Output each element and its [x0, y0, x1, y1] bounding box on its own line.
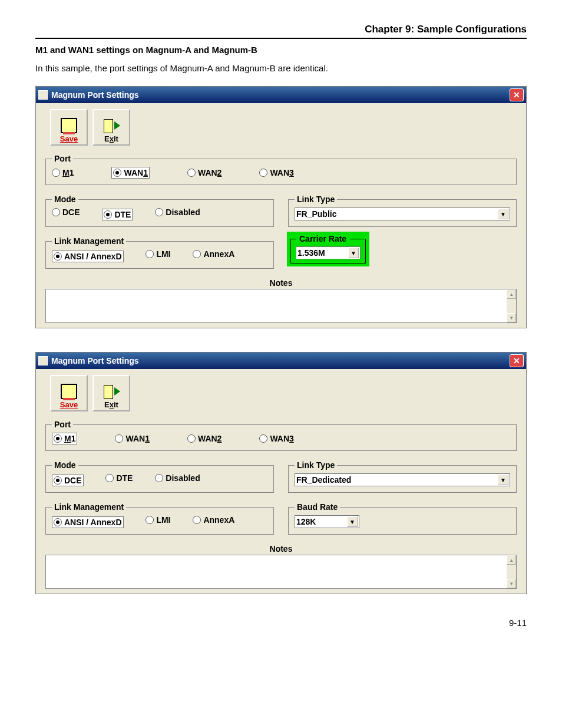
notes-textarea[interactable]: ▴▾: [45, 289, 517, 323]
radio-wan1[interactable]: WAN1: [111, 167, 149, 179]
titlebar: Magnum Port Settings ✕: [36, 353, 526, 369]
dropdown-icon: ▼: [498, 209, 508, 219]
radio-wan1[interactable]: WAN1: [115, 434, 149, 443]
radio-m1[interactable]: M1: [52, 433, 77, 444]
exit-icon: [104, 385, 119, 398]
baud-rate-group: Baud Rate 128K▼: [288, 502, 517, 535]
mode-group: Mode DCE DTE Disabled: [45, 460, 274, 493]
radio-dte[interactable]: DTE: [102, 209, 133, 220]
carrier-rate-group: Carrier Rate 1.536M▼: [290, 233, 366, 263]
radio-dce[interactable]: DCE: [52, 207, 80, 217]
radio-dce[interactable]: DCE: [52, 475, 84, 486]
radio-annexa[interactable]: AnnexA: [193, 249, 234, 259]
close-button[interactable]: ✕: [510, 354, 524, 367]
link-type-legend: Link Type: [295, 195, 337, 204]
link-management-group: Link Management ANSI / AnnexD LMI AnnexA: [45, 502, 274, 535]
scroll-up-icon[interactable]: ▴: [507, 289, 516, 299]
link-type-select[interactable]: FR_Dedicated▼: [295, 473, 510, 486]
port-group: Port M1 WAN1 WAN2 WAN3: [45, 154, 517, 185]
radio-lmi[interactable]: LMI: [146, 515, 170, 525]
radio-wan3[interactable]: WAN3: [259, 434, 293, 443]
carrier-rate-highlight: Carrier Rate 1.536M▼: [287, 232, 369, 266]
exit-label: Exit: [104, 134, 118, 143]
link-management-group: Link Management ANSI / AnnexD LMI AnnexA: [45, 236, 274, 269]
scroll-down-icon[interactable]: ▾: [507, 579, 516, 588]
save-label: Save: [60, 134, 78, 143]
mode-legend: Mode: [52, 460, 78, 470]
exit-label: Exit: [104, 400, 118, 409]
intro-paragraph: In this sample, the port settings of Mag…: [35, 63, 527, 73]
carrier-rate-legend: Carrier Rate: [296, 233, 350, 244]
notes-label: Notes: [44, 278, 518, 288]
link-type-select[interactable]: FR_Public▼: [295, 207, 510, 220]
save-label: Save: [60, 400, 78, 409]
radio-lmi[interactable]: LMI: [146, 249, 170, 259]
save-button[interactable]: Save: [50, 375, 88, 411]
baud-rate-legend: Baud Rate: [295, 502, 340, 512]
port-legend: Port: [52, 154, 73, 163]
titlebar: Magnum Port Settings ✕: [36, 87, 526, 103]
link-type-legend: Link Type: [295, 460, 337, 470]
save-button[interactable]: Save: [50, 109, 88, 146]
chapter-title: Chapter 9: Sample Configurations: [35, 24, 527, 35]
window-magnum-port-settings-1: Magnum Port Settings ✕ Save Exit Port M1…: [35, 86, 527, 328]
exit-button[interactable]: Exit: [92, 109, 130, 146]
subheading: M1 and WAN1 settings on Magnum-A and Mag…: [35, 45, 527, 55]
dropdown-icon: ▼: [348, 248, 359, 258]
link-type-group: Link Type FR_Public▼: [288, 195, 517, 227]
radio-ansi[interactable]: ANSI / AnnexD: [52, 516, 124, 528]
link-type-group: Link Type FR_Dedicated▼: [288, 460, 517, 493]
mode-group: Mode DCE DTE Disabled: [45, 195, 274, 227]
port-legend: Port: [52, 420, 73, 429]
save-icon: [61, 384, 77, 399]
window-title: Magnum Port Settings: [51, 356, 139, 365]
toolbar: Save Exit: [50, 375, 518, 411]
notes-textarea[interactable]: ▴▾: [45, 555, 517, 589]
radio-wan2[interactable]: WAN2: [187, 434, 222, 443]
dropdown-icon: ▼: [498, 475, 508, 485]
radio-dte[interactable]: DTE: [105, 473, 133, 483]
link-management-legend: Link Management: [52, 236, 126, 246]
radio-ansi[interactable]: ANSI / AnnexD: [52, 251, 124, 262]
save-icon: [61, 118, 77, 133]
window-magnum-port-settings-2: Magnum Port Settings ✕ Save Exit Port M1…: [35, 352, 527, 594]
dropdown-icon: ▼: [347, 516, 358, 527]
port-group: Port M1 WAN1 WAN2 WAN3: [45, 420, 517, 451]
divider: [35, 38, 527, 39]
scroll-down-icon[interactable]: ▾: [507, 313, 516, 322]
app-icon: [38, 90, 48, 100]
radio-wan2[interactable]: WAN2: [187, 168, 222, 177]
radio-disabled[interactable]: Disabled: [155, 473, 200, 483]
toolbar: Save Exit: [50, 109, 518, 146]
carrier-rate-select[interactable]: 1.536M▼: [296, 246, 361, 259]
exit-button[interactable]: Exit: [92, 375, 130, 411]
page-number: 9-11: [35, 618, 527, 628]
scrollbar[interactable]: ▴▾: [507, 289, 516, 322]
notes-label: Notes: [44, 544, 518, 554]
mode-legend: Mode: [52, 195, 78, 204]
app-icon: [38, 356, 48, 365]
radio-disabled[interactable]: Disabled: [155, 207, 200, 217]
radio-wan3[interactable]: WAN3: [259, 168, 293, 177]
radio-m1[interactable]: M1: [52, 168, 74, 177]
scroll-up-icon[interactable]: ▴: [507, 555, 516, 565]
close-button[interactable]: ✕: [510, 88, 524, 101]
exit-icon: [104, 119, 119, 132]
radio-annexa[interactable]: AnnexA: [193, 515, 234, 525]
link-management-legend: Link Management: [52, 502, 126, 512]
scrollbar[interactable]: ▴▾: [507, 555, 516, 588]
window-title: Magnum Port Settings: [51, 90, 139, 100]
baud-rate-select[interactable]: 128K▼: [295, 515, 359, 528]
